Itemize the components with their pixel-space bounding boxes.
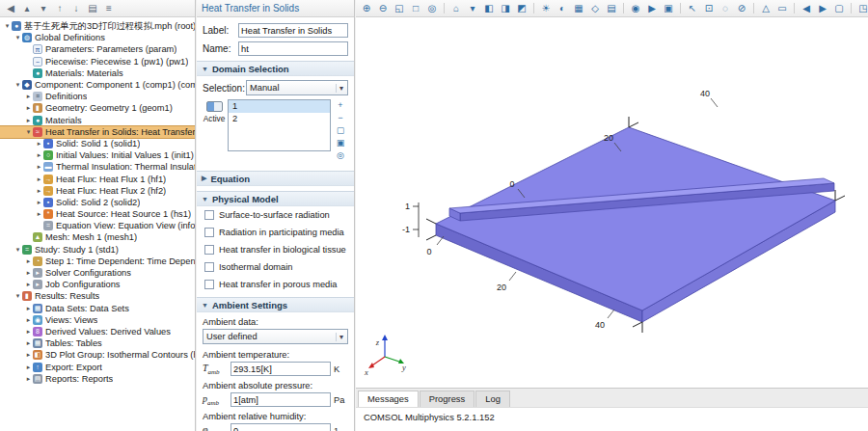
move-down-icon[interactable]: ↓ (68, 1, 84, 15)
select-mode-icon[interactable]: ↖ (685, 1, 700, 15)
selection-dropdown[interactable]: Manual ▾ (246, 80, 348, 95)
show-selection-colors-icon[interactable]: △ (758, 1, 773, 15)
section-ambient-settings[interactable]: ▼ Ambient Settings (197, 297, 354, 312)
transparency-icon[interactable]: ◐ (555, 1, 570, 15)
collapse-all-icon[interactable]: ▴ (19, 1, 35, 15)
add-selection-icon[interactable]: + (334, 99, 347, 111)
expand-icon[interactable]: ▸ (35, 149, 43, 161)
ambient-relative-humidity-input[interactable] (231, 423, 331, 431)
expand-icon[interactable]: ▸ (24, 326, 33, 337)
expand-all-icon[interactable]: ▾ (36, 1, 51, 15)
tree-item-solver-configurations[interactable]: ▸▸Solver Configurations (0, 267, 195, 279)
label-field-input[interactable] (238, 23, 348, 38)
name-field-input[interactable] (238, 41, 348, 56)
expand-icon[interactable]: ▸ (24, 349, 33, 361)
tree-item-results-results[interactable]: ▾▮Results: Results (0, 290, 195, 302)
expand-icon[interactable]: ▸ (24, 267, 33, 279)
domain-selection-list[interactable]: 12 (228, 99, 331, 151)
toolbar-overflow-icon[interactable]: ≡ (101, 1, 117, 15)
print-icon[interactable]: ▣ (661, 1, 676, 15)
tree-item-views-views[interactable]: ▸◉Views: Views (0, 314, 195, 326)
go-to-xy-view-icon[interactable]: ◧ (481, 1, 497, 15)
show-grid-icon[interactable]: ▤ (604, 1, 619, 15)
checkbox-icon[interactable] (204, 228, 214, 237)
move-up-icon[interactable]: ↑ (52, 1, 68, 15)
tree-item-3d-mph-root[interactable]: ▾●基于生死单元的3D打印过程模拟.mph (root) (0, 20, 195, 32)
zoom-selected-icon[interactable]: ◎ (424, 1, 440, 15)
tab-progress[interactable]: Progress (420, 391, 475, 407)
tree-item-definitions[interactable]: ▸≡Definitions (0, 91, 195, 102)
expand-icon[interactable]: ▸ (24, 279, 33, 290)
tab-log[interactable]: Log (475, 391, 510, 407)
domain-selection-item[interactable]: 2 (229, 113, 330, 125)
tree-item-derived-values-derived-values[interactable]: ▸8Derived Values: Derived Values (0, 326, 195, 337)
view-menu-dropdown-icon[interactable]: ▾ (465, 1, 480, 15)
tree-item-data-sets-data-sets[interactable]: ▸▦Data Sets: Data Sets (0, 303, 195, 314)
tree-item-heat-transfer-in-solids-heat-trans[interactable]: ▾≈Heat Transfer in Solids: Heat Transfer… (0, 126, 195, 138)
tree-item-solid-solid-2-solid2[interactable]: ▸▪Solid: Solid 2 (solid2) (0, 197, 195, 208)
wireframe-rendering-icon[interactable]: ▦ (571, 1, 586, 15)
checkbox-row-surface-to-surface-radiation[interactable]: Surface-to-surface radiation (204, 210, 348, 220)
checkbox-icon[interactable] (204, 210, 214, 220)
checkbox-row-isothermal-domain[interactable]: Isothermal domain (204, 262, 348, 272)
tree-item-study-study-1-std1[interactable]: ▾=Study: Study 1 (std1) (0, 244, 195, 256)
expand-icon[interactable]: ▸ (35, 138, 43, 149)
tree-item-heat-source-heat-source-1-hs1[interactable]: ▸*Heat Source: Heat Source 1 (hs1) (0, 208, 195, 220)
tree-item-materials[interactable]: ▸●Materials (0, 115, 195, 126)
checkbox-row-heat-transfer-in-biological-tissue[interactable]: Heat transfer in biological tissue (204, 245, 348, 255)
tree-item-component-component-1-comp1-comp1[interactable]: ▾◆Component: Component 1 (comp1) (comp1) (0, 79, 195, 91)
lasso-select-icon[interactable]: ◌ (718, 1, 733, 15)
detach-window-icon[interactable]: ◳ (855, 1, 868, 15)
tree-item-geometry-geometry-1-geom1[interactable]: ▸▮Geometry: Geometry 1 (geom1) (0, 102, 195, 114)
expand-icon[interactable]: ▸ (24, 102, 33, 114)
go-to-zx-view-icon[interactable]: ◩ (514, 1, 529, 15)
animation-icon[interactable]: ▶ (644, 1, 660, 15)
zoom-extents-icon[interactable]: ◱ (392, 1, 407, 15)
expand-icon[interactable]: ▸ (24, 362, 33, 373)
show-model-tree-settings-icon[interactable]: ▤ (85, 1, 100, 15)
tree-item-global-definitions[interactable]: ▾◍Global Definitions (0, 32, 195, 43)
tree-item-materials-materials[interactable]: ●Materials: Materials (0, 67, 195, 79)
tree-item-mesh-mesh-1-mesh1[interactable]: ▲Mesh: Mesh 1 (mesh1) (0, 231, 195, 243)
tree-item-reports-reports[interactable]: ▸▤Reports: Reports (0, 373, 195, 385)
expand-icon[interactable]: ▸ (24, 91, 33, 102)
tree-item-tables-tables[interactable]: ▸▦Tables: Tables (0, 337, 195, 349)
zoom-to-selection-icon[interactable]: ◎ (334, 149, 347, 161)
expand-icon[interactable]: ▸ (24, 303, 33, 314)
tree-item-piecewise-piecewise-1-pw1-pw1[interactable]: ~Piecewise: Piecewise 1 (pw1) (pw1) (0, 56, 195, 67)
deselect-all-icon[interactable]: ⊘ (734, 1, 749, 15)
copy-selection-icon[interactable]: ▢ (334, 124, 347, 136)
tree-item-heat-flux-heat-flux-2-hf2[interactable]: ▸→Heat Flux: Heat Flux 2 (hf2) (0, 185, 195, 197)
zoom-box-icon[interactable]: □ (408, 1, 423, 15)
tree-item-equation-view-equation-view-info[interactable]: =Equation View: Equation View (info) (0, 220, 195, 231)
collapse-icon[interactable]: ▾ (14, 79, 22, 91)
image-snapshot-icon[interactable]: ◉ (628, 1, 643, 15)
go-forward-view-icon[interactable]: ▶ (815, 1, 830, 15)
tree-item-export-export[interactable]: ▸↑Export: Export (0, 361, 195, 372)
graphics-canvas[interactable]: 40 20 0 1 -1 0 20 40 z y x (356, 17, 868, 388)
go-to-default-3d-view-icon[interactable]: ⌂ (448, 1, 464, 15)
go-back-view-icon[interactable]: ◀ (799, 1, 814, 15)
reset-desktop-layout-icon[interactable]: ▢ (831, 1, 847, 15)
section-domain-selection[interactable]: ▼ Domain Selection (197, 61, 354, 76)
expand-icon[interactable]: ▸ (24, 115, 33, 126)
checkbox-icon[interactable] (204, 245, 214, 255)
tab-messages[interactable]: Messages (358, 391, 419, 407)
go-back-icon[interactable]: ◀ (3, 1, 18, 15)
tree-item-3d-plot-group-isothermal-contours-[interactable]: ▸◧3D Plot Group: Isothermal Contours (ht… (0, 349, 195, 361)
collapse-icon[interactable]: ▾ (24, 126, 33, 138)
collapse-icon[interactable]: ▾ (3, 20, 12, 32)
checkbox-icon[interactable] (204, 262, 214, 272)
select-box-mode-icon[interactable]: ▭ (774, 1, 790, 15)
section-equation[interactable]: ▶ Equation (197, 171, 354, 186)
tree-item-initial-values-initial-values-1-in[interactable]: ▸○Initial Values: Initial Values 1 (init… (0, 149, 195, 161)
zoom-out-icon[interactable]: ⊖ (375, 1, 391, 15)
expand-icon[interactable]: ▸ (35, 161, 43, 173)
orthographic-projection-icon[interactable]: ◇ (587, 1, 603, 15)
tree-item-job-configurations[interactable]: ▸▸Job Configurations (0, 279, 195, 290)
expand-icon[interactable]: ▸ (24, 256, 33, 267)
section-physical-model[interactable]: ▼ Physical Model (197, 191, 354, 206)
tree-item-thermal-insulation-thermal-insulat[interactable]: ▸▬Thermal Insulation: Thermal Insulation… (0, 161, 195, 173)
collapse-icon[interactable]: ▾ (14, 32, 22, 43)
checkbox-row-heat-transfer-in-porous-media[interactable]: Heat transfer in porous media (204, 280, 348, 289)
